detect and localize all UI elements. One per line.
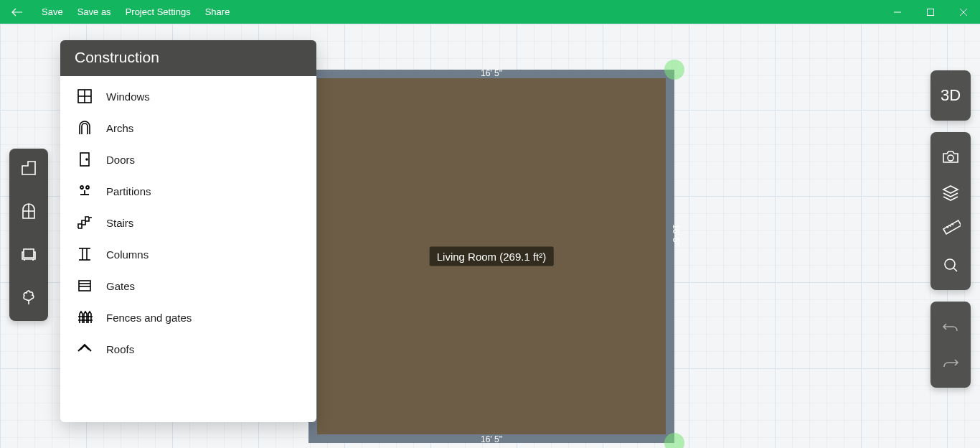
back-button[interactable]: [0, 0, 34, 24]
roof-icon: [76, 340, 93, 358]
panel-item-label: Fences and gates: [106, 312, 192, 324]
tool-outdoor-button[interactable]: [18, 286, 39, 308]
tool-construction-button[interactable]: [18, 200, 39, 222]
window-icon: [19, 202, 38, 220]
ruler-icon: [941, 219, 961, 239]
undo-button[interactable]: [930, 309, 971, 345]
view-3d-button[interactable]: 3D: [930, 78, 971, 113]
redo-button[interactable]: [930, 345, 971, 381]
room-living-room[interactable]: 16' 5" 16' 5" 16' 5" Living Room (269.1 …: [308, 70, 674, 443]
panel-item-label: Archs: [106, 122, 133, 134]
dimension-right: 16' 5": [671, 235, 681, 256]
svg-line-26: [953, 268, 957, 271]
measure-button[interactable]: [930, 211, 971, 247]
search-button[interactable]: [930, 247, 971, 283]
menu-share[interactable]: Share: [198, 0, 237, 24]
panel-item-label: Stairs: [106, 217, 133, 229]
panel-item-gates[interactable]: Gates: [60, 270, 316, 302]
column-icon: [76, 246, 93, 263]
window-maximize-button[interactable]: [914, 0, 947, 24]
dimension-top: 16' 5": [308, 68, 674, 78]
sofa-icon: [19, 245, 38, 263]
svg-rect-21: [943, 220, 961, 234]
maximize-icon: [926, 8, 935, 17]
panel-item-label: Gates: [106, 280, 135, 292]
panel-item-columns[interactable]: Columns: [60, 238, 316, 270]
panel-item-label: Columns: [106, 248, 149, 261]
right-toolbar: 3D: [930, 70, 971, 388]
panel-item-label: Windows: [106, 90, 150, 103]
layers-button[interactable]: [930, 175, 971, 211]
panel-item-archs[interactable]: Archs: [60, 112, 316, 144]
menu-save-as[interactable]: Save as: [70, 0, 118, 24]
search-icon: [941, 255, 961, 275]
camera-icon: [941, 147, 961, 167]
panel-item-label: Partitions: [106, 185, 151, 197]
left-toolbar: [9, 149, 48, 321]
layers-icon: [941, 183, 961, 203]
room-handle-bottom-right[interactable]: [664, 433, 684, 448]
svg-rect-17: [79, 281, 90, 291]
redo-icon: [941, 353, 960, 372]
window-minimize-button[interactable]: [881, 0, 914, 24]
construction-panel: Construction Windows Archs Doors Partiti…: [60, 40, 316, 422]
arch-icon: [76, 119, 93, 136]
tool-furniture-button[interactable]: [18, 243, 39, 265]
tool-room-button[interactable]: [18, 157, 39, 179]
undo-icon: [941, 317, 960, 336]
panel-item-stairs[interactable]: Stairs: [60, 207, 316, 238]
room-shape-icon: [19, 159, 38, 177]
dimension-bottom: 16' 5": [308, 434, 674, 444]
svg-point-25: [945, 259, 955, 269]
panel-item-label: Roofs: [106, 343, 134, 355]
window-close-button[interactable]: [947, 0, 980, 24]
minimize-icon: [893, 8, 902, 17]
partition-icon: [76, 182, 93, 200]
panel-header: Construction: [60, 40, 316, 76]
windows-icon: [76, 88, 93, 105]
svg-point-9: [80, 186, 83, 189]
tree-icon: [19, 288, 38, 307]
svg-point-8: [86, 159, 88, 160]
top-menu-bar: Save Save as Project Settings Share: [0, 0, 980, 24]
panel-item-roofs[interactable]: Roofs: [60, 333, 316, 365]
fence-icon: [76, 309, 93, 326]
snapshot-button[interactable]: [930, 139, 971, 175]
panel-item-label: Doors: [106, 154, 135, 166]
panel-item-fences[interactable]: Fences and gates: [60, 302, 316, 333]
room-label[interactable]: Living Room (269.1 ft²): [430, 247, 554, 266]
close-icon: [959, 8, 968, 17]
panel-item-doors[interactable]: Doors: [60, 144, 316, 175]
panel-item-partitions[interactable]: Partitions: [60, 175, 316, 207]
stairs-icon: [76, 214, 93, 231]
svg-rect-1: [928, 9, 934, 15]
panel-item-windows[interactable]: Windows: [60, 80, 316, 112]
gate-icon: [76, 277, 93, 294]
svg-point-10: [86, 186, 89, 189]
menu-project-settings[interactable]: Project Settings: [118, 0, 198, 24]
door-icon: [76, 151, 93, 168]
room-handle-top-right[interactable]: [664, 60, 684, 80]
menu-save[interactable]: Save: [34, 0, 70, 24]
svg-point-20: [948, 155, 953, 161]
back-arrow-icon: [11, 6, 23, 18]
